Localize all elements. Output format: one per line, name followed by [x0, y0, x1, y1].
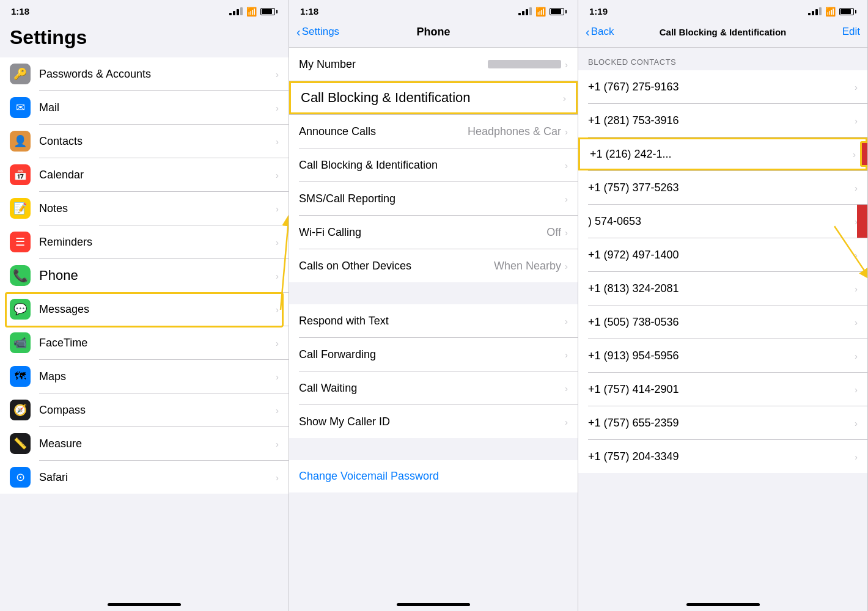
contact-item-9[interactable]: +1 (913) 954-5956 ›: [578, 339, 867, 372]
time-p1: 1:18: [11, 6, 29, 16]
mail-chevron: ›: [276, 103, 279, 113]
safari-chevron: ›: [276, 472, 279, 483]
contact-item-11[interactable]: +1 (757) 655-2359 ›: [578, 406, 867, 439]
settings-item-compass[interactable]: 🧭 Compass ›: [0, 393, 289, 426]
contact-chevron-6: ›: [855, 250, 858, 260]
mynumber-blur: [488, 60, 561, 68]
contact-chevron-9: ›: [855, 351, 858, 361]
nav-bar-p2: ‹ Settings Phone: [289, 20, 578, 47]
reminders-icon: ☰: [15, 235, 25, 249]
facetime-label: FaceTime: [39, 337, 276, 349]
contact-number-6: +1 (972) 497-1400: [588, 249, 855, 262]
announcecalls-label: Announce Calls: [299, 125, 468, 138]
contacts-icon: 👤: [13, 134, 27, 148]
smscall-chevron: ›: [565, 194, 568, 204]
settings-item-calendar[interactable]: 📅 Calendar ›: [0, 158, 289, 191]
unblock-box-3[interactable]: Unblock: [860, 141, 867, 167]
battery-body: [260, 8, 275, 15]
messages-icon-bg: 💬: [10, 299, 31, 320]
facetime-icon-bg: 📹: [10, 332, 31, 353]
phone-item-callsother[interactable]: Calls on Other Devices When Nearby ›: [289, 249, 578, 282]
contact-number-12: +1 (757) 204-3349: [588, 450, 855, 463]
settings-item-reminders[interactable]: ☰ Reminders ›: [0, 225, 289, 258]
settings-item-messages[interactable]: 💬 Messages ›: [0, 293, 289, 326]
settings-item-passwords[interactable]: 🔑 Passwords & Accounts ›: [0, 57, 289, 90]
settings-list: 🔑 Passwords & Accounts › ✉ Mail › 👤: [0, 57, 289, 599]
nav-edit-p3[interactable]: Edit: [842, 26, 860, 38]
contact-chevron-4: ›: [855, 183, 858, 193]
phone-item-announcecalls[interactable]: Announce Calls Headphones & Car ›: [289, 115, 578, 148]
settings-list-container: 🔑 Passwords & Accounts › ✉ Mail › 👤: [0, 57, 289, 494]
callblocking-hl-chevron: ›: [563, 93, 566, 103]
phone-item-callforward[interactable]: Call Forwarding ›: [289, 338, 578, 371]
announcecalls-chevron: ›: [565, 126, 568, 137]
contact-item-7[interactable]: +1 (813) 324-2081 ›: [578, 272, 867, 305]
contact-item-3[interactable]: +1 (216) 242-1... › Unblock: [578, 137, 867, 170]
settings-item-phone[interactable]: 📞 Phone ›: [0, 259, 289, 292]
mynumber-chevron: ›: [565, 59, 568, 70]
contact-chevron-7: ›: [855, 284, 858, 294]
contact-item-2[interactable]: +1 (281) 753-3916 ›: [578, 104, 867, 137]
reminders-label: Reminders: [39, 236, 276, 249]
contact-number-11: +1 (757) 655-2359: [588, 417, 855, 430]
phone-item-mynumber[interactable]: My Number ›: [289, 48, 578, 81]
panel-phone: 1:18 📶 ‹ Settings Phone: [289, 0, 578, 611]
bar1: [229, 13, 232, 15]
contacts-label: Contacts: [39, 135, 276, 148]
phone-item-callblocking2[interactable]: Call Blocking & Identification ›: [289, 148, 578, 181]
facetime-icon: 📹: [13, 336, 27, 349]
nav-back-p2[interactable]: ‹ Settings: [296, 25, 339, 39]
change-voicemail-link[interactable]: Change Voicemail Password: [299, 470, 439, 482]
signal-bars-p2: [518, 7, 532, 15]
phone-item-callblocking-highlighted[interactable]: Call Blocking & Identification ›: [289, 81, 578, 114]
settings-item-safari[interactable]: ⊙ Safari ›: [0, 461, 289, 494]
phone-item-wifi[interactable]: Wi-Fi Calling Off ›: [289, 216, 578, 249]
bar2: [233, 11, 235, 15]
signal-bars-p3: [808, 7, 822, 15]
phone-item-callwait[interactable]: Call Waiting ›: [289, 371, 578, 404]
safari-label: Safari: [39, 471, 276, 484]
status-icons-p1: 📶: [229, 7, 278, 16]
mail-icon: ✉: [16, 101, 25, 114]
callerid-label: Show My Caller ID: [299, 415, 565, 428]
calendar-chevron: ›: [276, 170, 279, 180]
nav-back-arrow-p2: ‹: [296, 25, 301, 39]
reminders-icon-bg: ☰: [10, 232, 31, 252]
bar4-p3: [819, 7, 822, 15]
settings-item-mail[interactable]: ✉ Mail ›: [0, 91, 289, 124]
contact-item-12[interactable]: +1 (757) 204-3349 ›: [578, 440, 867, 473]
settings-item-facetime[interactable]: 📹 FaceTime ›: [0, 326, 289, 359]
phone-chevron: ›: [276, 271, 279, 281]
contact-item-8[interactable]: +1 (505) 738-0536 ›: [578, 306, 867, 338]
contact-item-1[interactable]: +1 (767) 275-9163 ›: [578, 70, 867, 103]
phone-item-respondtext[interactable]: Respond with Text ›: [289, 304, 578, 337]
contact-item-10[interactable]: +1 (757) 414-2901 ›: [578, 373, 867, 406]
passwords-chevron: ›: [276, 69, 279, 79]
respondtext-label: Respond with Text: [299, 315, 565, 327]
panel-settings: 1:18 📶 Settings 🔑: [0, 0, 289, 611]
contact-item-4[interactable]: +1 (757) 377-5263 ›: [578, 171, 867, 204]
nav-back-p3[interactable]: ‹ Back: [586, 25, 614, 39]
contact-item-6[interactable]: +1 (972) 497-1400 ›: [578, 238, 867, 271]
blocked-contacts-header: BLOCKED CONTACTS: [578, 48, 867, 70]
maps-chevron: ›: [276, 371, 279, 382]
callblocking-hl-label: Call Blocking & Identification: [301, 90, 563, 106]
unblock-swipe-5[interactable]: Unblock: [857, 205, 867, 238]
phone-item-smscall[interactable]: SMS/Call Reporting ›: [289, 182, 578, 215]
settings-item-notes[interactable]: 📝 Notes ›: [0, 192, 289, 225]
smscall-label: SMS/Call Reporting: [299, 192, 565, 205]
contact-item-5[interactable]: ) 574-0653 › Unblock: [578, 205, 867, 238]
bar1-p3: [808, 13, 811, 15]
messages-icon: 💬: [13, 302, 27, 316]
nav-title-p3: Call Blocking & Identification: [660, 27, 787, 37]
settings-item-maps[interactable]: 🗺 Maps ›: [0, 360, 289, 393]
contact-number-5: ) 574-0653: [588, 215, 855, 228]
settings-item-measure[interactable]: 📏 Measure ›: [0, 427, 289, 460]
measure-label: Measure: [39, 437, 276, 450]
battery-body-p3: [839, 8, 854, 15]
callblocking2-label: Call Blocking & Identification: [299, 159, 565, 172]
settings-item-contacts[interactable]: 👤 Contacts ›: [0, 125, 289, 158]
home-indicator-p1: [108, 603, 181, 606]
phone-item-callerid[interactable]: Show My Caller ID ›: [289, 405, 578, 438]
status-bar-p1: 1:18 📶: [0, 0, 289, 20]
